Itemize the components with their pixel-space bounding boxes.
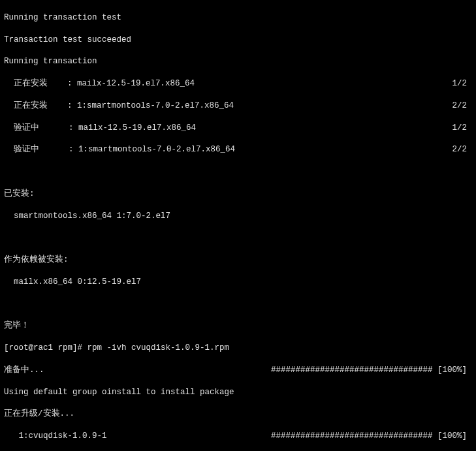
output-line: 正在安装 : 1:smartmontools-7.0-2.el7.x86_642… — [4, 101, 472, 112]
output-line: 完毕！ — [4, 320, 472, 332]
output-line: 1:cvuqdisk-1.0.9-1######################… — [4, 431, 472, 442]
output-line: 作为依赖被安装: — [4, 255, 472, 266]
output-line: Running transaction — [4, 56, 472, 67]
output-line — [4, 232, 472, 243]
output-line: Using default group oinstall to install … — [4, 387, 472, 398]
output-line: 正在安装 : mailx-12.5-19.el7.x86_641/2 — [4, 78, 472, 89]
terminal-pane-1[interactable]: Running transaction test Transaction tes… — [0, 0, 476, 451]
output-line: 验证中 : 1:smartmontools-7.0-2.el7.x86_642/… — [4, 144, 472, 155]
output-line: 已安装: — [4, 189, 472, 200]
output-line: 正在升级/安装... — [4, 409, 472, 420]
output-line: mailx.x86_64 0:12.5-19.el7 — [4, 277, 472, 288]
output-line: 准备中...################################# … — [4, 365, 472, 376]
output-line: Running transaction test — [4, 12, 472, 23]
output-line — [4, 166, 472, 178]
output-line: smartmontools.x86_64 1:7.0-2.el7 — [4, 211, 472, 222]
output-line: 验证中 : mailx-12.5-19.el7.x86_641/2 — [4, 123, 472, 134]
output-line: Transaction test succeeded — [4, 35, 472, 46]
output-line — [4, 299, 472, 310]
shell-prompt: [root@rac1 rpm]# rpm -ivh cvuqdisk-1.0.9… — [4, 343, 472, 354]
